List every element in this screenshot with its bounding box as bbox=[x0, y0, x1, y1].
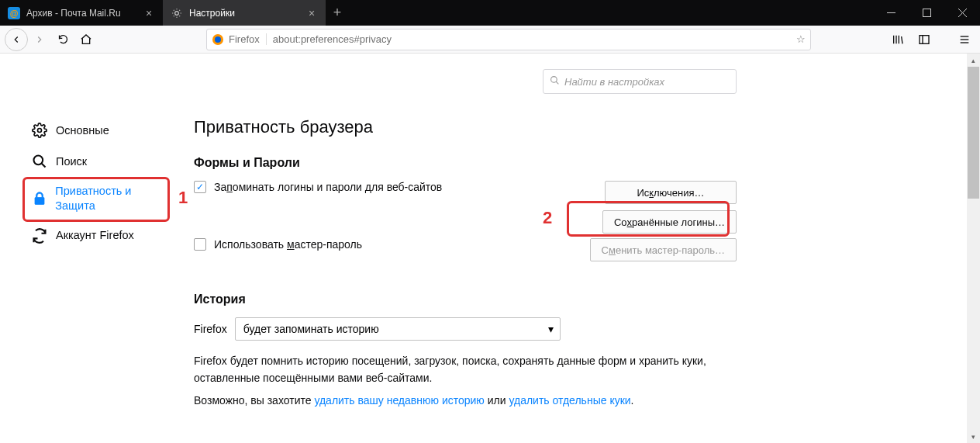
gear-icon bbox=[31, 122, 48, 139]
close-window-button[interactable] bbox=[944, 0, 980, 26]
menu-button[interactable] bbox=[954, 28, 975, 51]
sidebar-item-label: Поиск bbox=[56, 154, 87, 169]
sync-icon bbox=[31, 227, 48, 244]
svg-point-13 bbox=[38, 129, 42, 133]
firefox-logo-icon bbox=[212, 33, 224, 46]
remember-logins-label: Запоминать логины и пароли для веб-сайто… bbox=[214, 181, 442, 193]
search-icon bbox=[550, 75, 560, 88]
main-pane: Найти в настройках Приватность браузера … bbox=[194, 54, 737, 443]
tab-settings[interactable]: Настройки × bbox=[163, 0, 326, 26]
lock-icon bbox=[31, 190, 47, 207]
svg-rect-3 bbox=[923, 9, 930, 17]
tab-label: Настройки bbox=[189, 8, 305, 19]
close-icon[interactable]: × bbox=[143, 7, 155, 19]
sidebar-item-label: Основные bbox=[56, 123, 109, 138]
vertical-scrollbar[interactable]: ▴ ▾ bbox=[967, 54, 980, 443]
svg-line-17 bbox=[556, 81, 558, 84]
sidebar-item-label: Аккаунт Firefox bbox=[56, 228, 134, 243]
sidebar-item-label: Приватность и Защита bbox=[55, 184, 171, 213]
saved-logins-button[interactable]: Сохранённые логины… bbox=[602, 210, 737, 234]
forms-section-title: Формы и Пароли bbox=[194, 156, 737, 170]
select-value: будет запоминать историю bbox=[243, 323, 379, 335]
home-button[interactable] bbox=[74, 28, 98, 51]
svg-point-14 bbox=[34, 156, 43, 165]
window-controls bbox=[873, 0, 980, 26]
content-area: Основные Поиск Приватность и Защита Акка… bbox=[0, 54, 980, 443]
preferences-sidebar: Основные Поиск Приватность и Защита Акка… bbox=[0, 54, 178, 443]
nav-toolbar: Firefox about:preferences#privacy ☆ bbox=[0, 26, 980, 54]
close-icon[interactable]: × bbox=[305, 7, 318, 19]
scroll-down-icon[interactable]: ▾ bbox=[967, 430, 980, 443]
page-title: Приватность браузера bbox=[194, 117, 737, 137]
maximize-button[interactable] bbox=[909, 0, 944, 26]
url-bar[interactable]: Firefox about:preferences#privacy ☆ bbox=[206, 29, 811, 50]
remember-logins-checkbox[interactable] bbox=[194, 181, 206, 193]
sidebar-item-general[interactable]: Основные bbox=[23, 116, 178, 145]
svg-point-16 bbox=[551, 77, 557, 83]
identity-label: Firefox bbox=[229, 33, 267, 45]
sidebar-item-sync[interactable]: Аккаунт Firefox bbox=[23, 221, 178, 251]
new-tab-button[interactable]: + bbox=[326, 0, 349, 26]
sidebar-toggle-button[interactable] bbox=[913, 28, 935, 51]
gear-favicon-icon bbox=[171, 7, 183, 19]
forward-button[interactable] bbox=[28, 28, 51, 51]
tab-mail[interactable]: @ Архив - Почта Mail.Ru × bbox=[0, 0, 163, 26]
tab-strip: @ Архив - Почта Mail.Ru × Настройки × + bbox=[0, 0, 980, 26]
svg-text:@: @ bbox=[10, 9, 19, 18]
back-button[interactable] bbox=[5, 28, 28, 51]
master-password-label: Использовать мастер-пароль bbox=[214, 238, 362, 251]
sidebar-item-privacy[interactable]: Приватность и Защита bbox=[23, 178, 178, 220]
bookmark-star-icon[interactable]: ☆ bbox=[796, 33, 806, 45]
svg-line-15 bbox=[42, 164, 46, 168]
svg-point-7 bbox=[215, 36, 221, 43]
history-mode-select[interactable]: будет запоминать историю ▾ bbox=[235, 317, 561, 341]
scrollbar-thumb[interactable] bbox=[968, 67, 979, 199]
reload-button[interactable] bbox=[51, 28, 74, 51]
svg-rect-8 bbox=[920, 35, 929, 43]
master-password-checkbox[interactable] bbox=[194, 238, 206, 251]
scroll-up-icon[interactable]: ▴ bbox=[967, 54, 980, 67]
library-button[interactable] bbox=[887, 28, 909, 51]
history-links: Возможно, вы захотите удалить вашу недав… bbox=[194, 393, 737, 410]
clear-cookies-link[interactable]: удалить отдельные куки bbox=[509, 394, 630, 407]
history-section-title: История bbox=[194, 292, 737, 306]
search-placeholder: Найти в настройках bbox=[564, 76, 664, 88]
minimize-button[interactable] bbox=[873, 0, 909, 26]
tab-label: Архив - Почта Mail.Ru bbox=[26, 8, 143, 19]
chevron-down-icon: ▾ bbox=[548, 323, 554, 335]
exceptions-button[interactable]: Исключения… bbox=[605, 181, 737, 204]
sidebar-item-search[interactable]: Поиск bbox=[23, 147, 178, 176]
history-mode-label: Firefox bbox=[194, 323, 227, 335]
address-text: about:preferences#privacy bbox=[273, 33, 796, 45]
clear-recent-history-link[interactable]: удалить вашу недавнюю историю bbox=[314, 394, 484, 407]
search-input[interactable]: Найти в настройках bbox=[543, 69, 737, 94]
change-master-password-button: Сменить мастер-пароль… bbox=[590, 238, 737, 261]
history-description: Firefox будет помнить историю посещений,… bbox=[194, 353, 737, 386]
search-icon bbox=[31, 153, 48, 170]
mail-favicon-icon: @ bbox=[8, 7, 20, 19]
